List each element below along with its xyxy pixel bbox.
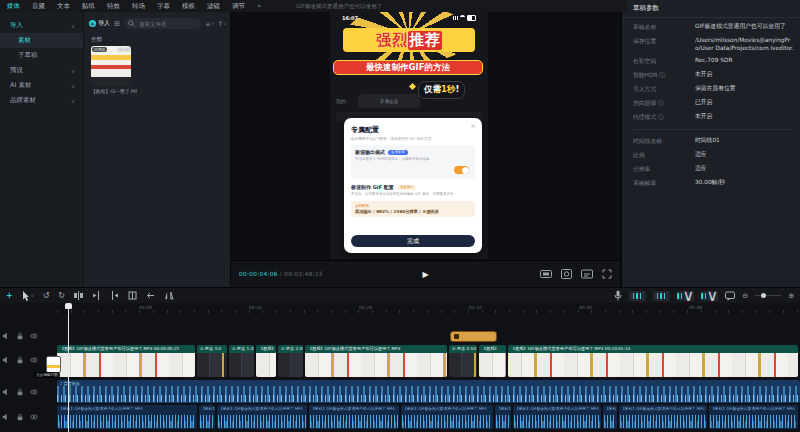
hide-icon[interactable] [30, 356, 38, 364]
menu-item-adjust[interactable]: 调节 [232, 2, 245, 11]
video-clip[interactable]: 【教程】 [479, 345, 506, 377]
cover-thumbnail[interactable] [46, 356, 61, 373]
hide-icon[interactable] [30, 388, 38, 396]
waveform [310, 415, 398, 428]
video-clip[interactable]: ⊙ 变速 1.3X [229, 345, 254, 377]
freeze-frame-icon[interactable] [128, 291, 137, 300]
speed-mode-title: 极速输出模式 [355, 149, 385, 155]
video-clip[interactable]: ⊙ 变速 2.0X [278, 345, 303, 377]
record-voiceover-icon[interactable] [614, 290, 622, 301]
video-clip[interactable]: ⊙ 变速 3.0 [197, 345, 227, 377]
video-clip[interactable]: 【教程】GIF极速模式普通用户也可以使用了.MP4 00:00:00:21 [57, 345, 195, 377]
added-badge: 已添加 [92, 47, 107, 52]
mute-icon[interactable] [2, 388, 10, 396]
selected-sticker-clip[interactable] [450, 331, 497, 342]
zoom-out-icon[interactable]: ⊖ [742, 292, 748, 300]
lock-icon[interactable] [16, 332, 24, 340]
timeline-ruler[interactable]: 00:08 00:16 00:24 00:32 00:40 00:48 [57, 305, 800, 313]
import-button[interactable]: + 导入 [89, 19, 110, 28]
clip-thumbnails [57, 353, 195, 377]
mirror-icon[interactable] [164, 291, 174, 300]
hide-icon[interactable] [30, 413, 38, 421]
rail-item-ai-material[interactable]: AI 素材 ∨ [0, 78, 83, 93]
add-track-icon[interactable]: + [6, 292, 13, 300]
menu-item-captions[interactable]: 字幕 [157, 2, 170, 11]
lock-icon[interactable] [16, 413, 24, 421]
audio-clip[interactable]: 【教程】GIF极速模式普通用户也可以使用了.MP4 [619, 405, 707, 429]
audio-clip[interactable]: 【教程】GIF极速模式普通用户也可以使用了.MP4 [309, 405, 399, 429]
split-icon[interactable] [74, 291, 83, 300]
quality-icon[interactable] [581, 269, 593, 279]
row-label: 草稿名称 [633, 23, 695, 32]
trim-left-icon[interactable] [92, 291, 101, 300]
search-input[interactable] [137, 20, 198, 28]
menu-item-transition[interactable]: 转场 [132, 2, 145, 11]
redo-icon[interactable]: ↻ [58, 292, 65, 300]
select-tool-icon[interactable]: ∨ [22, 291, 34, 301]
sort-icon[interactable]: ≡∨ [205, 20, 214, 27]
playhead[interactable] [68, 303, 69, 432]
music-audio-clip[interactable]: ♪ 背景音乐 [57, 380, 800, 403]
rail-item-presets[interactable]: 预设 ∨ [0, 63, 83, 78]
video-clip[interactable]: 【教程】 [256, 345, 276, 377]
link-icon[interactable]: ∨ [677, 291, 694, 301]
menu-item-filter[interactable]: 滤镜 [207, 2, 220, 11]
comment-icon[interactable] [725, 291, 735, 301]
play-button[interactable]: ▶ [422, 270, 428, 279]
ratio-icon[interactable] [540, 269, 552, 279]
video-clip[interactable]: 【教程】GIF极速模式普通用户也可以使用了.MP4 [305, 345, 447, 377]
audio-clip[interactable]: 【教程】GIF极速模式普通用户也可以使用了.MP4 [217, 405, 307, 429]
zoom-in-icon[interactable]: ⊕ [788, 292, 794, 300]
menu-more-icon[interactable]: » [257, 2, 261, 10]
speed-mode-toggle[interactable] [454, 166, 469, 174]
reverse-icon[interactable] [146, 291, 155, 300]
row-label: 智能HDR ⓘ [633, 71, 695, 80]
clip-label: 【教程】GIF极速模式普通用户也可以使用了.MP4 [513, 405, 601, 411]
fullscreen-icon[interactable] [602, 269, 612, 279]
rail-item-brand-material[interactable]: 品牌素材 ∨ [0, 93, 83, 108]
confirm-button[interactable]: 完成 [351, 235, 475, 247]
rail-item-material[interactable]: 素材 [0, 33, 83, 48]
media-card[interactable]: 已添加 01:29 【教程】GI···用了.MP4 [91, 46, 131, 92]
lock-icon[interactable] [16, 356, 24, 364]
slider-knob[interactable] [761, 293, 766, 298]
audio-clip[interactable]: 【教程】GIF极速模式普通用户也可以使用了.MP4 [513, 405, 601, 429]
mute-icon[interactable] [2, 332, 10, 340]
timeline-zoom-slider[interactable] [755, 295, 781, 296]
video-clip[interactable]: ⊙ 变速 0.5X [449, 345, 477, 377]
menu-item-audio[interactable]: 音频 [32, 2, 45, 11]
project-title: GIF极速模式普通用户也可以使用了 [296, 3, 382, 10]
menu-item-effects[interactable]: 特效 [107, 2, 120, 11]
filter-icon[interactable]: T∨ [218, 20, 226, 27]
close-icon[interactable]: × [470, 122, 476, 130]
mask-adapt-icon[interactable] [561, 269, 572, 279]
menu-item-text[interactable]: 文本 [57, 2, 70, 11]
draft-row-name: 草稿名称 GIF极速模式普通用户也可以使用了 [622, 18, 800, 32]
preview-axis-icon[interactable]: ∨ [701, 291, 718, 301]
clip-label: 【教程】 [199, 405, 215, 411]
audio-clip[interactable]: 【教程】 [495, 405, 511, 429]
audio-clip[interactable]: 【教程】 [199, 405, 215, 429]
snap-icon[interactable] [653, 291, 670, 301]
video-clip[interactable]: 【教程】GIF极速模式普通用户也可以使用了.MP4 00:20:01:14 [508, 345, 798, 377]
mute-icon[interactable] [2, 356, 10, 364]
rail-item-subdraft[interactable]: 子草稿 [0, 48, 83, 63]
grid-view-icon[interactable]: ⊞ [114, 20, 120, 28]
rail-item-import[interactable]: 导入 ∨ [0, 18, 83, 33]
audio-clip[interactable]: 【教程】GIF极速模式普通用户也可以使用了.MP4 [401, 405, 493, 429]
mute-icon[interactable] [2, 413, 10, 421]
speed-marker: ⊙ 变速 0.5X [449, 345, 477, 353]
menu-item-media[interactable]: 媒体 [7, 2, 20, 11]
menu-item-template[interactable]: 模板 [182, 2, 195, 11]
audio-clip[interactable]: 【教程】GIF极速模式普通用户也可以使用了.MP4 [709, 405, 798, 429]
audio-clip[interactable]: 【教程】 [603, 405, 617, 429]
track-render-icon[interactable] [629, 291, 646, 301]
undo-icon[interactable]: ↺ [43, 292, 50, 300]
waveform [58, 415, 196, 428]
lock-icon[interactable] [16, 388, 24, 396]
hide-icon[interactable] [30, 332, 38, 340]
audio-clip[interactable]: 【教程】GIF极速模式普通用户也可以使用了.MP4 [57, 405, 197, 429]
trim-right-icon[interactable] [110, 291, 119, 300]
timeline[interactable]: 00:08 00:16 00:24 00:32 00:40 00:48 【教程】… [0, 303, 800, 432]
menu-item-sticker[interactable]: 贴纸 [82, 2, 95, 11]
